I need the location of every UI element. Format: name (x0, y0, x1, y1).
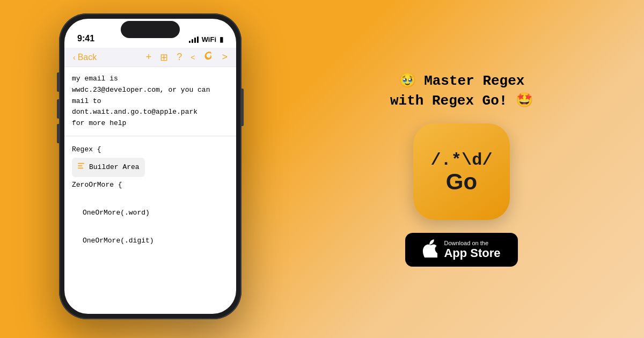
phone-mockup: 9:41 WiFi ▮ ‹ Back (21, 13, 279, 325)
tagline-text: 🥹 Master Regexwith Regex Go! 🤩 (390, 73, 533, 108)
toolbar: ‹ Back + ⊞ ? < > (64, 48, 236, 67)
help-icon[interactable]: ? (177, 52, 182, 63)
regex-open: Regex { (72, 143, 229, 157)
battery-icon: ▮ (219, 35, 223, 43)
back-button[interactable]: ‹ Back (73, 53, 97, 62)
nav-left-icon[interactable]: < (191, 53, 195, 62)
builder-area-hint: Builder Area (72, 158, 145, 177)
swift-icon (203, 51, 213, 63)
wifi-icon: WiFi (202, 35, 216, 43)
apple-logo-icon (422, 239, 437, 260)
dynamic-island (121, 21, 180, 38)
one-or-more-digit: OneOrMore(.digit) (72, 220, 229, 248)
regex-content-block: Regex { Builder Area ZeroOrMore { OneOrM… (64, 136, 236, 314)
tagline: 🥹 Master Regexwith Regex Go! 🤩 (390, 71, 533, 111)
svg-rect-2 (78, 167, 83, 168)
right-panel: 🥹 Master Regexwith Regex Go! 🤩 /.*\d/ Go… (279, 71, 612, 267)
app-icon: /.*\d/ Go (413, 123, 510, 220)
svg-rect-0 (78, 163, 84, 164)
builder-area-label: Builder Area (89, 160, 140, 174)
text-content-block: my email iswwdc.23@developer.com, or you… (64, 67, 236, 136)
app-icon-regex-text: /.*\d/ (430, 150, 492, 171)
builder-icon (77, 160, 85, 175)
email-text: my email iswwdc.23@developer.com, or you… (72, 75, 210, 127)
badge-bottom-label: App Store (444, 247, 500, 260)
one-or-more-word: OneOrMore(.word) (72, 192, 229, 220)
zero-or-more: ZeroOrMore { (72, 178, 229, 192)
status-icons: WiFi ▮ (189, 35, 223, 43)
svg-rect-1 (78, 165, 82, 166)
phone-screen: 9:41 WiFi ▮ ‹ Back (64, 19, 236, 314)
status-time: 9:41 (77, 34, 94, 43)
back-label: Back (78, 53, 97, 62)
toolbar-icons: + ⊞ ? < > (146, 51, 228, 63)
app-icon-go-text: Go (446, 171, 477, 193)
back-chevron-icon: ‹ (73, 53, 76, 62)
grid-icon[interactable]: ⊞ (160, 52, 168, 63)
signal-bars-icon (189, 36, 199, 43)
app-store-badge[interactable]: Download on the App Store (405, 233, 518, 267)
badge-text: Download on the App Store (444, 240, 500, 260)
nav-right-icon[interactable]: > (222, 52, 228, 63)
iphone-frame: 9:41 WiFi ▮ ‹ Back (59, 13, 241, 319)
badge-top-label: Download on the (444, 240, 500, 247)
add-icon[interactable]: + (146, 52, 152, 63)
